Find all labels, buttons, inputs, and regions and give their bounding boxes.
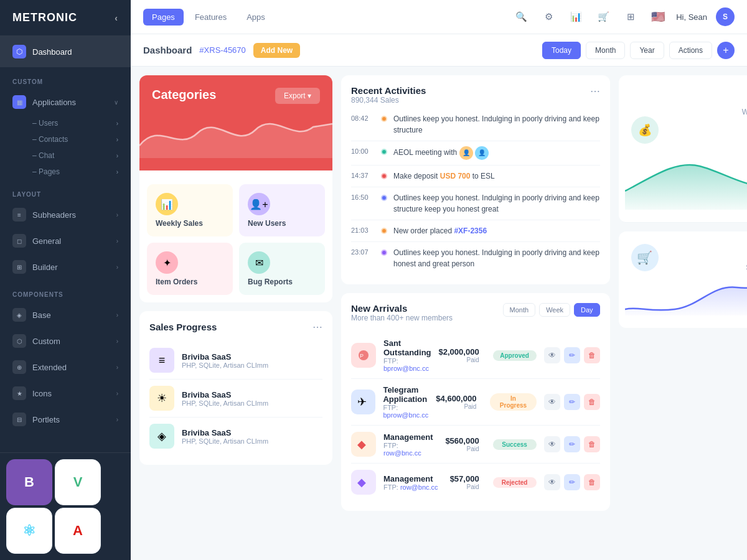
arrival-edit-btn-4[interactable]: ✏ bbox=[564, 474, 580, 490]
arrival-delete-btn-2[interactable]: 🗑 bbox=[584, 394, 600, 410]
arrivals-header: New Arrivals More than 400+ new members … bbox=[351, 303, 600, 330]
main-content: Pages Features Apps 🔍 ⚙ 📊 🛒 ⊞ 🇺🇸 Hi, Sea… bbox=[131, 0, 747, 560]
arrival-delete-btn-4[interactable]: 🗑 bbox=[584, 474, 600, 490]
sidebar-sub-chat[interactable]: – Chat › bbox=[0, 147, 131, 164]
arrivals-tab-month[interactable]: Month bbox=[503, 303, 536, 317]
activity-dot-6 bbox=[381, 250, 387, 256]
activities-menu[interactable]: ⋯ bbox=[590, 85, 600, 97]
builder-chevron: › bbox=[116, 264, 118, 271]
sidebar-item-label: Dashboard bbox=[32, 47, 72, 57]
sp-icon-1: ≡ bbox=[149, 348, 174, 373]
export-button[interactable]: Export ▾ bbox=[275, 88, 320, 104]
arrival-name-4: Management bbox=[383, 474, 443, 483]
arrivals-tab-day[interactable]: Day bbox=[574, 303, 600, 317]
sidebar-sub-pages[interactable]: – Pages › bbox=[0, 164, 131, 180]
activities-header: Recent Activities 890,344 Sales ⋯ bbox=[351, 85, 600, 105]
income-amount-area: 750$ Weekly Income bbox=[631, 88, 747, 116]
sidebar-item-extended[interactable]: ⊕ Extended › bbox=[0, 354, 131, 380]
activity-text-1: Outlines keep you honest. Indulging in p… bbox=[393, 113, 600, 136]
user-avatar[interactable]: S bbox=[716, 7, 735, 26]
arrival-price-4: $57,000 Paid bbox=[450, 474, 479, 490]
year-btn[interactable]: Year bbox=[630, 42, 664, 59]
tab-apps[interactable]: Apps bbox=[238, 9, 274, 26]
arrival-view-btn-1[interactable]: 👁 bbox=[544, 347, 560, 363]
sidebar-sub-users[interactable]: – Users › bbox=[0, 115, 131, 131]
arrival-view-btn-4[interactable]: 👁 bbox=[544, 474, 560, 490]
components-section-label: COMPONENTS bbox=[0, 280, 131, 302]
brand-logo: METRONIC ‹ bbox=[0, 0, 131, 36]
arrival-actions-3: 👁 ✏ 🗑 bbox=[544, 436, 600, 452]
arrival-amount-3: $560,000 bbox=[445, 436, 479, 446]
activity-time-6: 23:07 bbox=[351, 248, 375, 256]
sidebar-item-portlets[interactable]: ⊟ Portlets › bbox=[0, 406, 131, 432]
sidebar-sub-contacts[interactable]: – Contacts › bbox=[0, 131, 131, 147]
income-icon: 💰 bbox=[631, 116, 659, 144]
sp-item-3: ◈ Briviba SaaS PHP, SQLite, Artisan CLIm… bbox=[149, 418, 322, 455]
sp-icon-2: ☀ bbox=[149, 386, 174, 411]
arrival-paid-1: Paid bbox=[439, 357, 479, 363]
arrivals-tab-week[interactable]: Week bbox=[539, 303, 570, 317]
add-icon-button[interactable]: + bbox=[717, 42, 735, 59]
users-icon[interactable]: ⚙ bbox=[539, 7, 558, 26]
sales-icon: 🛒 bbox=[631, 244, 659, 271]
month-btn[interactable]: Month bbox=[586, 42, 625, 59]
sales-progress-card: Sales Progress ⋯ ≡ Briviba SaaS PHP, SQL… bbox=[139, 311, 332, 465]
avatar-2: 👤 bbox=[475, 146, 489, 160]
arrival-delete-btn-3[interactable]: 🗑 bbox=[584, 436, 600, 452]
grid-icon[interactable]: ⊞ bbox=[621, 7, 640, 26]
stats-icon[interactable]: 📊 bbox=[566, 7, 585, 26]
brand-name: METRONIC bbox=[12, 11, 77, 24]
sidebar-item-icons[interactable]: ★ Icons › bbox=[0, 380, 131, 406]
item-orders-icon: ✦ bbox=[156, 251, 178, 274]
arrival-delete-btn-1[interactable]: 🗑 bbox=[584, 347, 600, 363]
general-chevron: › bbox=[116, 238, 118, 245]
sidebar-item-base[interactable]: ◈ Base › bbox=[0, 302, 131, 328]
arrival-paid-3: Paid bbox=[445, 446, 479, 452]
arrival-edit-btn-3[interactable]: ✏ bbox=[564, 436, 580, 452]
arrival-price-1: $2,000,000 Paid bbox=[439, 347, 479, 363]
sidebar-item-subheaders[interactable]: ≡ Subheaders › bbox=[0, 202, 131, 228]
sidebar-collapse-icon[interactable]: ‹ bbox=[115, 13, 118, 23]
sidebar-item-custom[interactable]: ⬡ Custom › bbox=[0, 328, 131, 354]
arrival-row-1: P Sant Outstanding FTP: bprow@bnc.cc $2,… bbox=[351, 332, 600, 379]
today-btn[interactable]: Today bbox=[542, 42, 581, 59]
activity-time-4: 16:50 bbox=[351, 194, 375, 201]
flag-icon[interactable]: 🇺🇸 bbox=[649, 7, 667, 26]
sidebar-item-builder[interactable]: ⊞ Builder › bbox=[0, 254, 131, 280]
sp-dots[interactable]: ⋯ bbox=[312, 321, 322, 333]
activity-time-2: 10:00 bbox=[351, 147, 375, 155]
categories-header-area: Categories Export ▾ bbox=[139, 75, 332, 170]
arrival-edit-btn-2[interactable]: ✏ bbox=[564, 394, 580, 410]
sidebar-item-general[interactable]: ◻ General › bbox=[0, 228, 131, 254]
sidebar-item-applications[interactable]: ▦ Applications ∨ bbox=[0, 89, 131, 115]
income-icon-row: 💰 bbox=[631, 116, 747, 144]
tab-pages[interactable]: Pages bbox=[143, 9, 184, 26]
ticket-ref: #XRS-45670 bbox=[199, 45, 245, 55]
actions-btn[interactable]: Actions bbox=[669, 42, 712, 59]
arrival-view-btn-2[interactable]: 👁 bbox=[544, 394, 560, 410]
search-icon[interactable]: 🔍 bbox=[512, 7, 530, 26]
add-new-button[interactable]: Add New bbox=[253, 43, 300, 58]
sidebar-dashboard[interactable]: ⬡ Dashboard bbox=[0, 36, 131, 67]
activity-row-1: 08:42 Outlines keep you honest. Indulgin… bbox=[351, 108, 600, 141]
sales-change-card: 🛒 +259 Sales Change bbox=[619, 231, 747, 328]
shop-icon[interactable]: 🛒 bbox=[594, 7, 613, 26]
arrivals-sub: More than 400+ new members bbox=[351, 314, 453, 322]
tech-logos-bar: B V ⚛ A bbox=[0, 452, 131, 560]
sp-sub-2: PHP, SQLite, Artisan CLImm bbox=[182, 399, 322, 407]
arrivals-tabs: Month Week Day bbox=[503, 303, 600, 317]
svg-text:P: P bbox=[360, 353, 364, 359]
activity-dot-5 bbox=[381, 228, 387, 234]
user-greeting: Hi, Sean bbox=[676, 12, 707, 22]
page-title: Dashboard bbox=[143, 45, 192, 55]
applications-chevron: ∨ bbox=[114, 99, 118, 106]
arrival-edit-btn-1[interactable]: ✏ bbox=[564, 347, 580, 363]
base-icon: ◈ bbox=[12, 308, 26, 322]
subheader: Dashboard #XRS-45670 Add New Today Month… bbox=[131, 34, 747, 67]
arrival-view-btn-3[interactable]: 👁 bbox=[544, 436, 560, 452]
arrival-icon-2: ✈ bbox=[351, 390, 375, 414]
activity-text-4: Outlines keep you honest. Indulging in p… bbox=[393, 192, 600, 215]
tab-features[interactable]: Features bbox=[186, 9, 235, 26]
activity-dot-1 bbox=[381, 116, 387, 122]
activity-time-3: 14:37 bbox=[351, 172, 375, 179]
